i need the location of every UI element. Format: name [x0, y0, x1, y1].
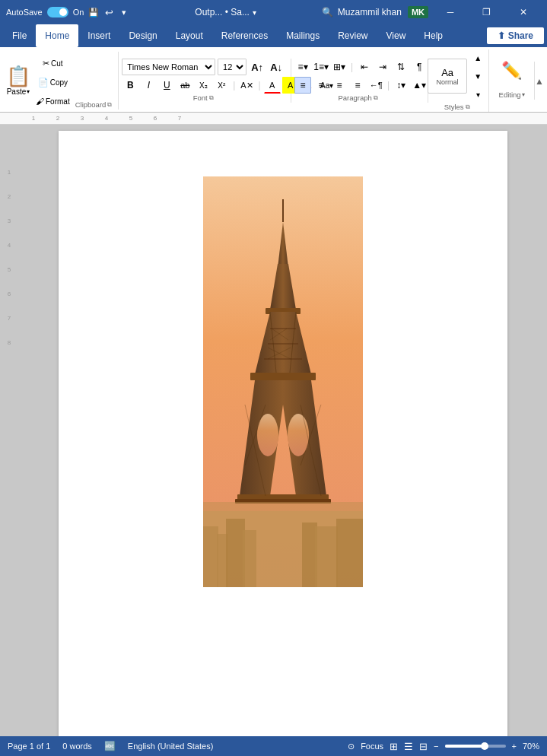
- font-name-select[interactable]: Times New Roman: [122, 59, 215, 75]
- paste-dropdown-icon[interactable]: ▾: [27, 88, 30, 95]
- page-area: [18, 125, 547, 750]
- italic-button[interactable]: I: [140, 77, 157, 94]
- svg-rect-23: [203, 502, 363, 587]
- paragraph-expand-icon[interactable]: ⧉: [374, 94, 378, 102]
- focus-icon[interactable]: ⊙: [348, 742, 355, 751]
- editing-dropdown-icon[interactable]: ▾: [522, 91, 525, 98]
- titlebar-left: AutoSave On 💾 ↩ ▾: [6, 7, 129, 17]
- page-info: Page 1 of 1: [8, 742, 50, 751]
- menu-review[interactable]: Review: [329, 24, 377, 47]
- show-formatting-button[interactable]: ¶: [411, 59, 428, 75]
- align-left-button[interactable]: ≡: [294, 77, 311, 94]
- layout-view-3-icon[interactable]: ⊟: [419, 741, 428, 752]
- copy-button[interactable]: 📄 Copy: [33, 74, 72, 91]
- focus-label: Focus: [361, 742, 383, 751]
- document-image[interactable]: [203, 176, 363, 587]
- menu-view[interactable]: View: [377, 24, 415, 47]
- bullets-button[interactable]: ≡▾: [294, 59, 311, 75]
- layout-view-2-icon[interactable]: ☰: [404, 741, 413, 752]
- restore-button[interactable]: ❐: [469, 0, 504, 24]
- zoom-level: 70%: [523, 742, 539, 751]
- clipboard-expand-icon[interactable]: ⧉: [107, 101, 112, 109]
- styles-down-button[interactable]: ▼: [469, 68, 486, 84]
- align-center-button[interactable]: ≡: [313, 77, 329, 94]
- style-normal-button[interactable]: Aa Normal: [428, 59, 467, 94]
- language: English (United States): [128, 742, 214, 751]
- grow-font-button[interactable]: A↑: [249, 59, 266, 75]
- bold-button[interactable]: B: [122, 77, 138, 94]
- menu-insert[interactable]: Insert: [78, 24, 119, 47]
- clipboard-group: 📋 Paste ▾ ✂ Cut 📄 Copy 🖌 Format Clipboar…: [3, 52, 119, 110]
- zoom-in-button[interactable]: +: [512, 742, 517, 751]
- clear-format-button[interactable]: A✕: [238, 77, 255, 94]
- menu-mailings[interactable]: Mailings: [277, 24, 329, 47]
- share-button[interactable]: ⬆ Share: [487, 27, 544, 44]
- zoom-slider[interactable]: [445, 745, 506, 748]
- superscript-button[interactable]: X²: [213, 77, 230, 94]
- titlebar-right: 🔍 Muzammil khan MK ─ ❐ ✕: [322, 0, 541, 24]
- menu-help[interactable]: Help: [415, 24, 452, 47]
- autosave-toggle[interactable]: [47, 7, 68, 17]
- menu-home[interactable]: Home: [36, 24, 78, 47]
- more-icon[interactable]: ▾: [119, 7, 129, 17]
- editing-button[interactable]: ✏️: [501, 62, 522, 80]
- statusbar: Page 1 of 1 0 words 🔤 English (United St…: [0, 736, 547, 756]
- styles-label: Styles ⧉: [431, 103, 482, 112]
- justify-button[interactable]: ≡: [349, 77, 366, 94]
- font-size-select[interactable]: 12: [218, 59, 246, 75]
- menu-file[interactable]: File: [3, 24, 36, 47]
- word-count: 0 words: [62, 742, 92, 751]
- menu-references[interactable]: References: [212, 24, 277, 47]
- decrease-indent-button[interactable]: ⇤: [356, 59, 373, 75]
- paste-button[interactable]: 📋 Paste ▾: [6, 66, 30, 96]
- line-spacing-button[interactable]: ↕▾: [393, 77, 409, 94]
- document-container: 1 2 3 4 5 6 7 8: [0, 125, 547, 750]
- layout-view-1-icon[interactable]: ⊞: [390, 741, 398, 752]
- menubar: File Home Insert Design Layout Reference…: [0, 24, 547, 47]
- titlebar: AutoSave On 💾 ↩ ▾ Outp... • Sa... ▾ 🔍 Mu…: [0, 0, 547, 24]
- search-icon[interactable]: 🔍: [322, 7, 333, 17]
- menu-layout[interactable]: Layout: [167, 24, 212, 47]
- styles-expand-icon[interactable]: ⧉: [466, 103, 470, 111]
- collapse-ribbon-button[interactable]: ▲: [535, 75, 544, 87]
- titlebar-title: Outp... • Sa... ▾: [195, 7, 256, 17]
- font-expand-icon[interactable]: ⧉: [209, 94, 214, 102]
- editing-pencil-icon: ✏️: [501, 61, 522, 80]
- underline-button[interactable]: U: [158, 77, 175, 94]
- minimize-button[interactable]: ─: [433, 0, 468, 24]
- ribbon-main: 📋 Paste ▾ ✂ Cut 📄 Copy 🖌 Format Clipboar…: [0, 47, 547, 112]
- ribbon: 📋 Paste ▾ ✂ Cut 📄 Copy 🖌 Format Clipboar…: [0, 47, 547, 113]
- menu-design[interactable]: Design: [119, 24, 166, 47]
- clipboard-label: Clipboard ⧉: [75, 99, 113, 110]
- document-page[interactable]: [59, 131, 507, 744]
- text-color-button[interactable]: A: [264, 77, 281, 94]
- undo-icon[interactable]: ↩: [103, 7, 114, 17]
- sort-button[interactable]: ⇅: [393, 59, 409, 75]
- share-icon: ⬆: [498, 30, 505, 41]
- styles-up-button[interactable]: ▲: [469, 49, 486, 66]
- subscript-button[interactable]: X₂: [195, 77, 211, 94]
- multilevel-list-button[interactable]: ⊞▾: [331, 59, 348, 75]
- styles-more-button[interactable]: ▾: [469, 86, 486, 103]
- paragraph-label: Paragraph ⧉: [294, 94, 421, 103]
- statusbar-right: ⊙ Focus ⊞ ☰ ⊟ − + 70%: [348, 741, 539, 752]
- cut-button[interactable]: ✂ Cut: [33, 55, 72, 71]
- zoom-out-button[interactable]: −: [434, 742, 438, 751]
- shrink-font-button[interactable]: A↓: [268, 59, 285, 75]
- increase-indent-button[interactable]: ⇥: [374, 59, 391, 75]
- shading-button[interactable]: ▲▾: [411, 77, 428, 94]
- align-right-button[interactable]: ≡: [331, 77, 348, 94]
- title-dropdown-icon[interactable]: ▾: [253, 8, 256, 17]
- autosave-label: AutoSave: [6, 8, 43, 17]
- save-icon[interactable]: 💾: [88, 7, 99, 17]
- strikethrough-button[interactable]: ab: [177, 77, 193, 94]
- editing-label: Editing ▾: [499, 91, 525, 100]
- font-label: Font ⧉: [122, 94, 285, 103]
- ltr-button[interactable]: ←¶: [367, 77, 384, 94]
- paragraph-group: ≡▾ 1≡▾ ⊞▾ | ⇤ ⇥ ⇅ ¶ ≡ ≡ ≡ ≡ ←¶ | ↕▾: [291, 59, 428, 103]
- close-button[interactable]: ✕: [506, 0, 541, 24]
- font-group: Times New Roman 12 A↑ A↓ B I U ab X₂ X² …: [119, 59, 291, 103]
- autosave-state: On: [73, 8, 84, 17]
- format-painter-button[interactable]: 🖌 Format: [33, 93, 72, 110]
- numbering-button[interactable]: 1≡▾: [313, 59, 329, 75]
